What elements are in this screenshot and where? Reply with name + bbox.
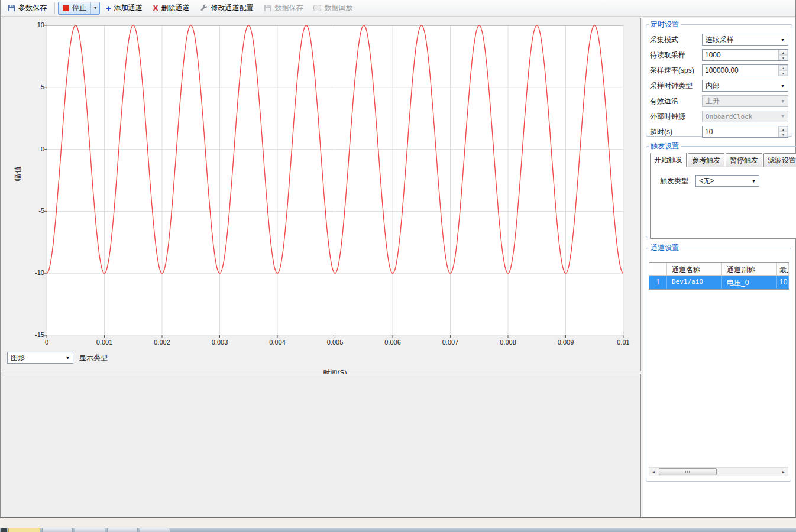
y-tick-label: 0 [23,145,44,153]
delete-icon: X [153,4,158,12]
chevron-down-icon: ▼ [778,111,788,122]
timeout-row: 超时(s) 10 ▲▼ [646,124,792,140]
sample-rate-input[interactable]: 100000.00 ▲▼ [702,64,788,76]
channel-row-alias: 电压_0 [722,276,777,289]
timeout-input[interactable]: 10 ▲▼ [702,126,788,138]
header-index [649,263,667,275]
samples-to-read-row: 待读取采样 1000 ▲▼ [646,47,792,63]
spinner-buttons[interactable]: ▲▼ [778,65,788,76]
trigger-type-select[interactable]: <无> ▼ [695,175,759,187]
header-channel-alias: 通道别称 [722,263,777,275]
y-tick-label: -15 [23,331,44,338]
y-axis-title: 幅值 [13,166,23,181]
tab-reference-trigger[interactable]: 参考触发 [688,153,724,167]
display-type-select[interactable]: 图形 ▼ [7,352,73,364]
active-edge-value: 上升 [706,96,720,106]
add-channel-label: 添加通道 [114,3,143,13]
y-tick-label: 5 [23,83,44,90]
clock-type-row: 采样时钟类型 内部 ▼ [646,78,792,93]
channel-settings-title: 通道设置 [649,243,681,253]
delete-channel-button[interactable]: X 删除通道 [148,1,195,15]
toolbar: 参数保存 停止 ▾ + 添加通道 X 删除通道 修改通道配置 [1,0,795,17]
stop-button[interactable]: 停止 [59,2,90,14]
waveform-plot: 1050-5-10-15 00.0010.0020.0030.0040.0050… [47,25,623,335]
display-type-row: 图形 ▼ 显示类型 [7,352,108,364]
channel-row[interactable]: 1 Dev1/ai0 电压_0 10 [649,276,789,289]
delete-channel-label: 删除通道 [161,3,189,13]
horizontal-scrollbar[interactable]: ◄ ► [649,467,788,476]
stop-dropdown-arrow[interactable]: ▾ [90,2,99,14]
data-save-label: 数据保存 [274,3,303,13]
x-tick-label: 0.001 [88,339,121,346]
chart-panel: 幅值 1050-5-10-15 00.0010.0020.0030.0040.0… [2,18,641,371]
acquisition-mode-select[interactable]: 连续采样 ▼ [702,34,788,46]
y-tick-label: -5 [23,207,44,214]
taskbar-button-active[interactable] [8,528,40,532]
tab-pause-trigger[interactable]: 暂停触发 [726,153,762,167]
acquisition-mode-value: 连续采样 [706,35,734,45]
x-tick-label: 0.008 [491,339,525,346]
channel-row-max: 10 [777,276,789,289]
samples-to-read-input[interactable]: 1000 ▲▼ [702,49,788,61]
x-tick-label: 0.005 [319,339,352,346]
spinner-buttons[interactable]: ▲▼ [778,50,788,60]
save-icon-disabled [264,4,271,12]
channel-table: 通道名称 通道别称 最大 1 Dev1/ai0 电压_0 10 [649,262,789,290]
x-tick-label: 0.004 [261,339,294,346]
app-window: 参数保存 停止 ▾ + 添加通道 X 删除通道 修改通道配置 [0,0,796,518]
scroll-right-icon[interactable]: ► [779,468,788,476]
x-tick-label: 0.01 [607,339,640,346]
timing-settings-title: 定时设置 [649,20,681,30]
start-button[interactable] [1,528,7,532]
display-type-label: 显示类型 [79,353,108,363]
modify-channel-config-label: 修改通道配置 [211,3,253,13]
settings-panel: 定时设置 采集模式 连续采样 ▼ 待读取采样 1000 ▲▼ [643,18,795,517]
spin-down-icon[interactable]: ▼ [779,70,788,76]
channel-row-index: 1 [649,276,667,289]
external-clock-value: OnboardClock [706,113,752,121]
spin-down-icon[interactable]: ▼ [779,132,788,137]
data-replay-label: 数据回放 [324,3,352,13]
external-clock-select: OnboardClock ▼ [702,111,788,122]
tab-start-trigger[interactable]: 开始触发 [650,153,687,167]
replay-icon [313,5,321,11]
trigger-tabs: 开始触发 参考触发 暂停触发 滤波设置 [646,151,796,167]
chevron-down-icon: ▼ [778,80,788,91]
chevron-down-icon: ▼ [778,96,788,106]
acquisition-mode-label: 采集模式 [650,35,702,45]
taskbar-button[interactable] [42,528,73,532]
timeout-label: 超时(s) [650,127,702,137]
data-save-button: 数据保存 [259,1,308,15]
stop-label: 停止 [72,3,86,13]
chevron-down-icon: ▼ [63,352,73,363]
scroll-left-icon[interactable]: ◄ [649,468,658,476]
spinner-buttons[interactable]: ▲▼ [778,126,788,137]
timeout-value: 10 [703,126,778,137]
x-tick-label: 0 [30,339,63,346]
trigger-settings-title: 触发设置 [649,141,681,151]
spin-down-icon[interactable]: ▼ [779,55,788,60]
channel-row-name: Dev1/ai0 [667,276,722,289]
taskbar-button[interactable] [107,528,138,532]
clock-type-label: 采样时钟类型 [650,81,702,91]
spin-up-icon[interactable]: ▲ [779,50,788,55]
add-channel-button[interactable]: + 添加通道 [101,1,147,15]
timing-settings-group: 定时设置 采集模式 连续采样 ▼ 待读取采样 1000 ▲▼ [646,20,792,137]
x-tick-label: 0.003 [203,339,237,346]
tab-filter-settings[interactable]: 滤波设置 [763,153,796,167]
header-channel-max: 最大 [777,263,789,275]
scrollbar-thumb[interactable] [659,468,717,475]
spin-up-icon[interactable]: ▲ [779,65,788,70]
clock-type-select[interactable]: 内部 ▼ [702,80,788,92]
taskbar-button[interactable] [75,528,105,532]
x-tick-label: 0.009 [549,339,583,346]
save-params-button[interactable]: 参数保存 [3,1,51,15]
active-edge-label: 有效边沿 [650,96,702,106]
modify-channel-config-button[interactable]: 修改通道配置 [195,1,258,15]
channel-settings-group: 通道设置 通道名称 通道别称 最大 1 Dev1/ai0 电压_0 10 ◄ [646,243,791,482]
lower-panel [2,374,641,517]
spin-up-icon[interactable]: ▲ [779,126,788,132]
samples-to-read-value: 1000 [703,50,778,60]
taskbar-button[interactable] [140,528,170,532]
active-edge-select: 上升 ▼ [702,95,788,107]
